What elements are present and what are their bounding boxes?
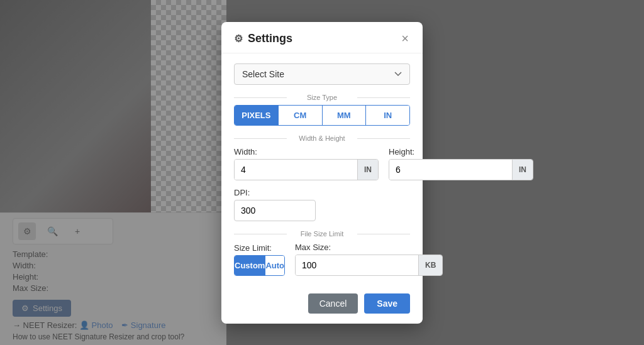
height-input[interactable]	[389, 160, 512, 180]
max-size-label: Max Size:	[295, 243, 443, 252]
modal-gear-icon: ⚙	[234, 33, 243, 45]
settings-modal: ⚙ Settings × Select Site Site 1 Site 2 S…	[221, 22, 423, 324]
modal-body: Select Site Site 1 Site 2 Size Type PIXE…	[221, 53, 423, 286]
max-size-group: Max Size: KB	[295, 243, 443, 276]
height-input-group: IN	[389, 159, 533, 180]
size-type-in[interactable]: IN	[366, 106, 409, 125]
size-type-label: Size Type	[234, 94, 410, 101]
size-type-cm[interactable]: CM	[279, 106, 323, 125]
modal-title: ⚙ Settings	[234, 32, 292, 45]
dpi-input[interactable]	[234, 200, 316, 221]
size-type-pixels[interactable]: PIXELS	[235, 106, 279, 125]
wh-section-label: Width & Height	[234, 134, 410, 142]
max-size-input[interactable]	[296, 255, 418, 275]
height-field: Height: IN	[389, 147, 533, 180]
save-button[interactable]: Save	[364, 293, 410, 314]
width-input-group: IN	[234, 159, 379, 180]
modal-header: ⚙ Settings ×	[221, 22, 423, 53]
width-unit: IN	[357, 160, 378, 180]
width-input[interactable]	[235, 160, 357, 180]
wh-row: Width: IN Height: IN	[234, 147, 410, 180]
size-type-mm[interactable]: MM	[323, 106, 367, 125]
cancel-button[interactable]: Cancel	[308, 293, 358, 314]
dpi-section: DPI:	[234, 188, 410, 221]
size-type-group: PIXELS CM MM IN	[234, 105, 410, 126]
dpi-label: DPI:	[234, 188, 410, 197]
width-field-label: Width:	[234, 147, 379, 156]
site-select[interactable]: Select Site Site 1 Site 2	[234, 63, 410, 85]
max-size-unit: KB	[418, 255, 442, 275]
file-size-label: File Size Limit	[234, 230, 410, 238]
size-limit-label: Size Limit:	[234, 243, 285, 253]
modal-title-text: Settings	[248, 32, 292, 45]
height-unit: IN	[512, 160, 533, 180]
modal-overlay: ⚙ Settings × Select Site Site 1 Site 2 S…	[0, 0, 644, 345]
max-size-input-group: KB	[295, 255, 443, 276]
height-field-label: Height:	[389, 147, 533, 156]
auto-button[interactable]: Auto	[265, 256, 284, 275]
custom-button[interactable]: Custom	[235, 256, 265, 275]
limit-btn-group: Custom Auto	[234, 255, 285, 276]
size-limit-group: Size Limit: Custom Auto	[234, 243, 285, 276]
close-button[interactable]: ×	[400, 32, 410, 45]
file-size-row: Size Limit: Custom Auto Max Size: KB	[234, 243, 410, 276]
modal-footer: Cancel Save	[221, 286, 423, 324]
width-field: Width: IN	[234, 147, 379, 180]
